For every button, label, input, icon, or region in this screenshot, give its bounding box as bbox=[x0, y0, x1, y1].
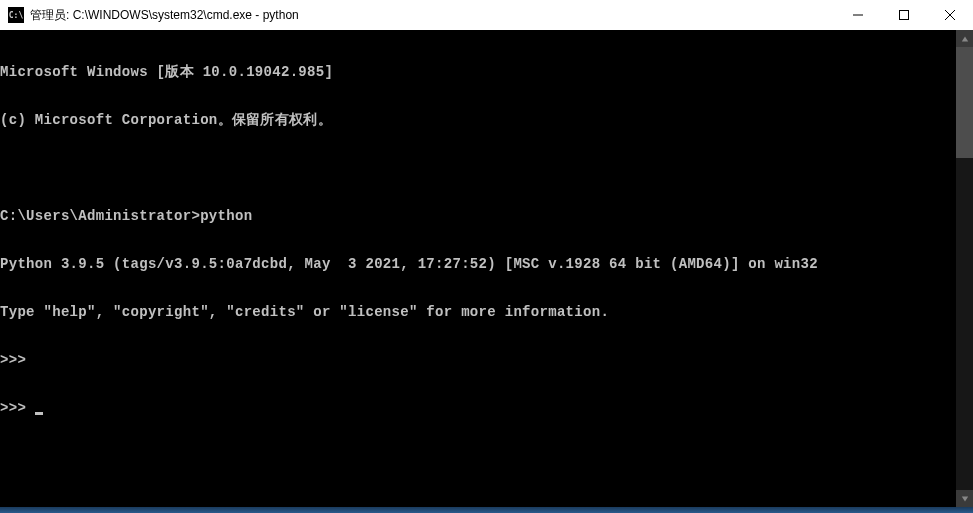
python-prompt: >>> bbox=[0, 352, 956, 368]
maximize-button[interactable] bbox=[881, 0, 927, 30]
svg-rect-1 bbox=[900, 11, 909, 20]
scrollbar-thumb[interactable] bbox=[956, 47, 973, 158]
minimize-button[interactable] bbox=[835, 0, 881, 30]
prompt-line: C:\Users\Administrator>python bbox=[0, 208, 956, 224]
scrollbar-up-button[interactable] bbox=[956, 30, 973, 47]
cursor bbox=[35, 412, 43, 415]
output-line: Type "help", "copyright", "credits" or "… bbox=[0, 304, 956, 320]
output-line: (c) Microsoft Corporation。保留所有权利。 bbox=[0, 112, 956, 128]
close-button[interactable] bbox=[927, 0, 973, 30]
cmd-icon: C:\ bbox=[8, 7, 24, 23]
window-title: 管理员: C:\WINDOWS\system32\cmd.exe - pytho… bbox=[30, 7, 835, 24]
window-controls bbox=[835, 0, 973, 30]
python-prompt-active: >>> bbox=[0, 400, 956, 416]
terminal-output[interactable]: Microsoft Windows [版本 10.0.19042.985] (c… bbox=[0, 30, 956, 507]
terminal-wrapper: Microsoft Windows [版本 10.0.19042.985] (c… bbox=[0, 30, 973, 507]
output-line bbox=[0, 160, 956, 176]
scrollbar-down-button[interactable] bbox=[956, 490, 973, 507]
output-line: Microsoft Windows [版本 10.0.19042.985] bbox=[0, 64, 956, 80]
titlebar[interactable]: C:\ 管理员: C:\WINDOWS\system32\cmd.exe - p… bbox=[0, 0, 973, 30]
taskbar-edge bbox=[0, 507, 973, 513]
scrollbar-track[interactable] bbox=[956, 47, 973, 490]
vertical-scrollbar[interactable] bbox=[956, 30, 973, 507]
prompt-text: >>> bbox=[0, 400, 35, 416]
output-line: Python 3.9.5 (tags/v3.9.5:0a7dcbd, May 3… bbox=[0, 256, 956, 272]
